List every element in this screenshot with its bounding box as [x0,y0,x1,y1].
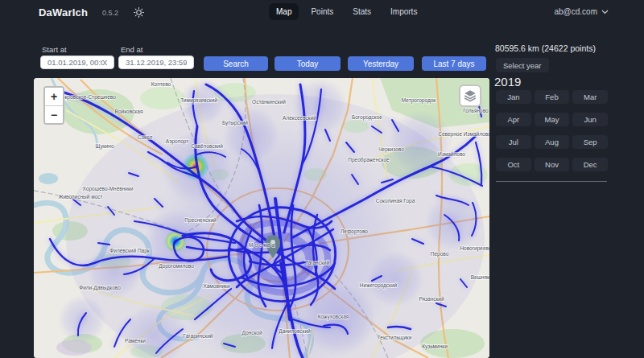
map-label: Метрогородок [402,97,436,104]
month-button-sep[interactable]: Sep [572,135,608,149]
user-email: ab@cd.com [554,7,597,16]
map-canvas[interactable]: КоптевоПокровское-СтрешневоТимирязевский… [34,78,489,358]
map-label: Кожуховская [318,314,349,320]
month-button-jul[interactable]: Jul [496,135,531,149]
map-label: Филёвский Парк [109,248,149,254]
map-label: Даниловский [279,328,311,335]
theme-toggle-sun-icon[interactable] [133,7,144,19]
tab-points[interactable]: Points [303,3,341,20]
map-label: Таганский [305,260,329,265]
month-button-oct[interactable]: Oct [496,158,531,171]
tab-map[interactable]: Map [269,3,299,20]
map-label: Гагаринский [184,333,213,339]
map-label: Тимирязевский [180,97,217,104]
sidebar-divider [496,181,607,182]
distance-stats: 80595.6 km (24622 points) [495,43,596,53]
map-label: Кузьминки [422,344,448,350]
month-button-jun[interactable]: Jun [572,113,608,126]
map-label: Останкинский [252,99,286,105]
map-label: Соколиная Гора [376,198,415,204]
map-label: Покровское-Стрешнево [58,94,116,101]
map-label: Аэропорт [166,138,189,145]
map-layers-control[interactable] [459,84,481,107]
navbar: DaWarIch 0.5.2 Map Points Stats Imports [0,0,644,27]
months-grid: Jan Feb Mar Apr May Jun Jul Aug Sep Oct … [496,90,608,171]
end-date-input[interactable] [118,56,194,69]
main-nav: Map Points Stats Imports [269,3,424,20]
month-button-aug[interactable]: Aug [535,135,570,149]
app-screen: DaWarIch 0.5.2 Map Points Stats Imports [0,0,644,358]
map-container[interactable]: КоптевоПокровское-СтрешневоТимирязевский… [34,78,489,358]
brand: DaWarIch 0.5.2 [39,6,144,19]
app-logo: DaWarIch [39,6,88,19]
month-button-may[interactable]: May [535,113,570,126]
map-label: Вешняки [471,274,489,280]
map-label: Хорошёво-Мнёвники [83,186,134,192]
map-label: Измайлово [438,151,465,157]
map-label: Рязанский [419,296,444,302]
map-label: Хамовники [203,283,230,289]
tab-stats[interactable]: Stats [345,3,378,20]
tab-imports[interactable]: Imports [383,3,424,20]
map-label: Северное Измайлово [438,131,489,138]
map-label: Бутырский [222,120,248,126]
map-label: Перово [431,251,449,257]
month-button-apr[interactable]: Apr [496,113,531,126]
start-date-input[interactable] [40,56,114,69]
map-label: Новогиреево [460,245,489,252]
map-label: Нижегородский [360,282,398,289]
map-label: Преображенское [348,157,390,163]
map-label: Войковская [115,109,143,114]
month-button-dec[interactable]: Dec [572,158,608,171]
map-label: Лефортово [341,228,368,235]
user-menu[interactable]: ab@cd.com [554,7,609,16]
map-label: Алексеевский [283,115,316,121]
search-button[interactable]: Search [204,56,268,71]
yesterday-button[interactable]: Yesterday [348,56,414,71]
zoom-out-button[interactable]: − [45,105,63,123]
filter-bar: Start at End at Search Today Yesterday L… [0,39,491,76]
today-button[interactable]: Today [275,56,341,71]
zoom-in-button[interactable]: + [45,88,63,105]
map-label: Москва [249,242,276,248]
map-label: Черкизово [378,146,404,153]
map-label: Богородское [352,114,382,121]
map-label: Щукино [95,143,114,150]
start-at-label: Start at [42,45,67,54]
layers-icon [463,88,477,103]
end-at-label: End at [121,45,142,54]
map-zoom-control: + − [43,86,64,125]
map-label: Текстильщики [378,335,412,341]
map-label: Донской [242,330,262,336]
map-label: Фили-Давыдково [79,285,121,291]
map-label: Пресненский [184,217,217,224]
month-button-mar[interactable]: Mar [572,90,608,104]
chevron-down-icon [601,10,609,14]
year-title: 2019 [494,75,521,88]
month-button-jan[interactable]: Jan [496,90,531,104]
map-label: Коптево [151,81,171,87]
map-label: Савёловский [191,143,223,149]
map-label: Гольяново [463,108,489,113]
month-button-feb[interactable]: Feb [535,90,570,104]
last-7-days-button[interactable]: Last 7 days [422,56,486,71]
app-version: 0.5.2 [102,9,118,17]
map-label: Живописный мост [58,194,102,200]
map-label: Раменки [125,338,146,344]
month-button-nov[interactable]: Nov [535,158,570,171]
select-year-button[interactable]: Select year [496,58,549,72]
map-label: Дорогомилово [159,263,194,270]
map-label: Сокол [138,134,153,140]
